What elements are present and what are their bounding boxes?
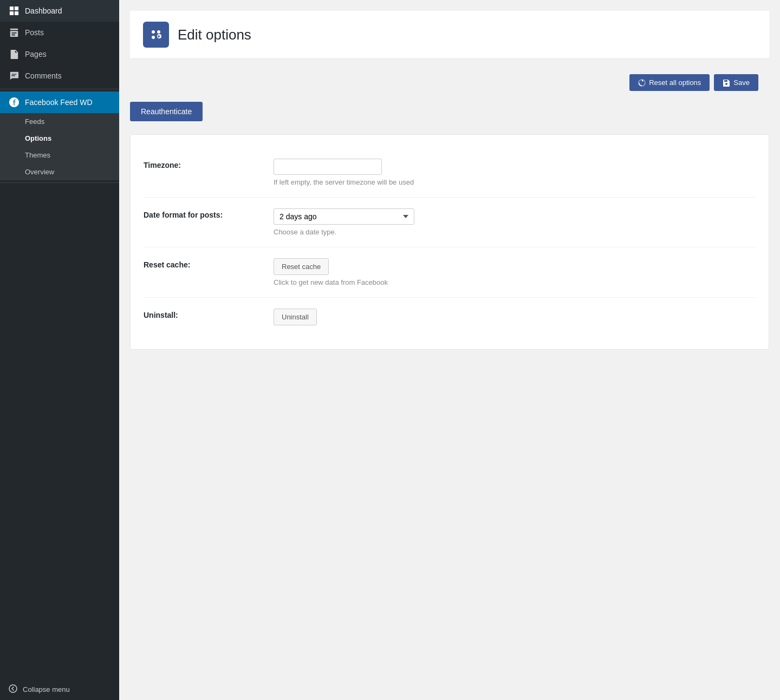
collapse-label: Collapse menu <box>23 685 70 694</box>
page-header-icon <box>143 22 169 48</box>
sidebar-divider <box>0 89 119 89</box>
reset-cache-control: Reset cache Click to get new data from F… <box>274 258 756 286</box>
sidebar-item-pages[interactable]: Pages <box>0 43 119 65</box>
timezone-label: Timezone: <box>144 159 263 169</box>
reset-cache-button-label: Reset cache <box>282 263 321 271</box>
reauthenticate-button[interactable]: Reauthenticate <box>130 102 203 121</box>
pages-icon <box>9 49 20 60</box>
timezone-hint: If left empty, the server timezone will … <box>274 178 756 186</box>
reauthenticate-area: Reauthenticate <box>130 102 769 134</box>
date-format-hint: Choose a date type. <box>274 228 756 236</box>
reset-cache-hint: Click to get new data from Facebook <box>274 278 756 286</box>
reauthenticate-label: Reauthenticate <box>141 107 192 116</box>
sidebar-item-overview[interactable]: Overview <box>0 163 119 180</box>
sidebar-fb-label: Facebook Feed WD <box>25 98 93 107</box>
timezone-control: If left empty, the server timezone will … <box>274 159 756 186</box>
svg-point-8 <box>152 36 155 39</box>
svg-point-5 <box>9 685 17 692</box>
sidebar-item-facebook-feed[interactable]: Facebook Feed WD <box>0 91 119 113</box>
sidebar-item-posts-label: Posts <box>25 28 44 37</box>
sidebar-options-label: Options <box>25 134 51 142</box>
reset-icon <box>638 79 646 87</box>
comments-icon <box>9 70 20 81</box>
reset-all-options-button[interactable]: Reset all options <box>629 74 710 91</box>
uninstall-row: Uninstall: Uninstall <box>144 298 756 336</box>
sidebar-feeds-label: Feeds <box>25 117 44 126</box>
sidebar: Dashboard Posts Pages Comments <box>0 0 119 700</box>
sidebar-item-options[interactable]: Options <box>0 130 119 147</box>
sidebar-item-comments-label: Comments <box>25 71 62 80</box>
uninstall-button-label: Uninstall <box>282 313 309 321</box>
date-format-label: Date format for posts: <box>144 208 263 219</box>
sidebar-item-themes[interactable]: Themes <box>0 147 119 163</box>
page-title: Edit options <box>178 27 251 43</box>
date-format-row: Date format for posts: 2 days ago 2/1/20… <box>144 198 756 247</box>
sidebar-collapse-button[interactable]: Collapse menu <box>0 679 119 700</box>
uninstall-button[interactable]: Uninstall <box>274 309 317 325</box>
svg-rect-3 <box>15 11 18 15</box>
sidebar-divider-2 <box>0 182 119 183</box>
sidebar-submenu: Feeds Options Themes Overview <box>0 113 119 180</box>
reset-label: Reset all options <box>649 78 701 87</box>
uninstall-label: Uninstall: <box>144 309 263 319</box>
facebook-icon <box>9 97 20 108</box>
sidebar-item-comments[interactable]: Comments <box>0 65 119 87</box>
timezone-row: Timezone: If left empty, the server time… <box>144 148 756 198</box>
sidebar-item-feeds[interactable]: Feeds <box>0 113 119 130</box>
dashboard-icon <box>9 5 20 16</box>
svg-point-7 <box>157 30 160 34</box>
date-format-select[interactable]: 2 days ago 2/1/2024 January 2, 2024 2 Ja… <box>274 208 414 225</box>
svg-rect-1 <box>15 6 18 10</box>
save-label: Save <box>733 78 750 87</box>
timezone-input[interactable] <box>274 159 382 175</box>
main-content: Edit options Reset all options Save Reau <box>119 0 780 700</box>
date-format-control: 2 days ago 2/1/2024 January 2, 2024 2 Ja… <box>274 208 756 236</box>
svg-rect-0 <box>10 6 14 10</box>
svg-rect-2 <box>10 11 14 15</box>
sidebar-item-posts[interactable]: Posts <box>0 22 119 43</box>
reset-cache-label: Reset cache: <box>144 258 263 269</box>
uninstall-control: Uninstall <box>274 309 756 325</box>
reset-cache-row: Reset cache: Reset cache Click to get ne… <box>144 247 756 298</box>
collapse-icon <box>9 684 17 695</box>
sidebar-item-dashboard-label: Dashboard <box>25 6 62 15</box>
page-header: Edit options <box>130 11 769 59</box>
posts-icon <box>9 27 20 38</box>
sidebar-themes-label: Themes <box>25 151 50 159</box>
action-bar: Reset all options Save <box>130 68 769 97</box>
svg-point-6 <box>152 30 155 34</box>
sidebar-item-pages-label: Pages <box>25 50 47 58</box>
form-card: Timezone: If left empty, the server time… <box>130 134 769 350</box>
sidebar-item-dashboard[interactable]: Dashboard <box>0 0 119 22</box>
save-icon <box>723 79 730 87</box>
sidebar-overview-label: Overview <box>25 168 54 176</box>
reset-cache-button[interactable]: Reset cache <box>274 258 329 275</box>
save-button[interactable]: Save <box>714 74 758 91</box>
